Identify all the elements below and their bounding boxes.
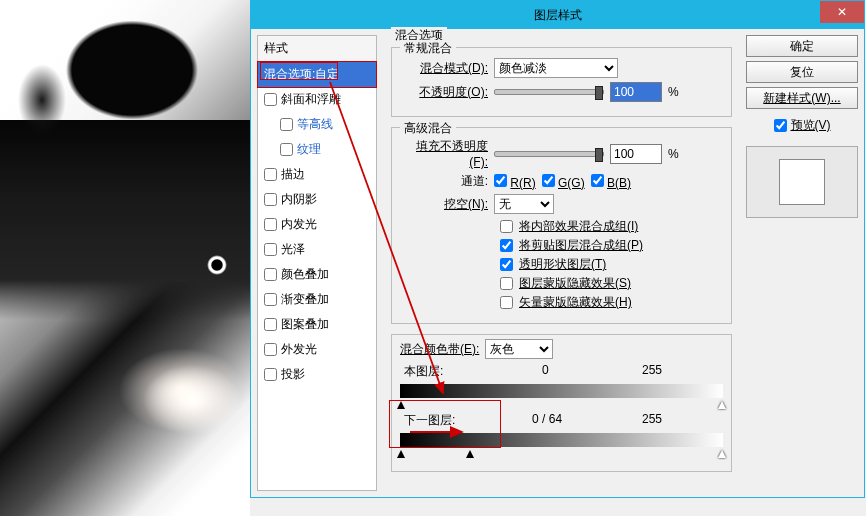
style-label: 渐变叠加 [281,291,329,308]
blendif-label: 混合颜色带(E): [400,341,479,358]
style-check[interactable] [264,243,277,256]
style-contour[interactable]: 等高线 [258,112,376,137]
channel-g[interactable]: G(G) [542,174,585,190]
style-check[interactable] [264,343,277,356]
style-check[interactable] [264,218,277,231]
slider-handle-black-l[interactable] [397,450,405,458]
style-outer-glow[interactable]: 外发光 [258,337,376,362]
titlebar[interactable]: 图层样式 ✕ [251,1,864,29]
this-low: 0 [542,363,549,377]
blendif-select[interactable]: 灰色 [485,339,553,359]
style-blending-options[interactable]: 混合选项:自定 [258,62,376,87]
group-title: 高级混合 [400,120,456,137]
opt-interior[interactable]: 将内部效果混合成组(I) [500,218,723,235]
preview-swatch [779,159,825,205]
style-satin[interactable]: 光泽 [258,237,376,262]
knockout-select[interactable]: 无 [494,194,554,214]
style-label: 内阴影 [281,191,317,208]
style-label: 投影 [281,366,305,383]
opt-transparency[interactable]: 透明形状图层(T) [500,256,723,273]
preview-swatch-box [746,146,858,218]
opacity-label: 不透明度(O): [400,84,488,101]
layer-style-dialog: 图层样式 ✕ 样式 混合选项:自定 斜面和浮雕 等高线 纹理 描边 内阴影 内发… [250,0,865,498]
options-area: 混合选项 常规混合 混合模式(D): 颜色减淡 不透明度(O): % [383,35,740,491]
pct-label: % [668,85,679,99]
style-check[interactable] [264,318,277,331]
fill-opacity-input[interactable] [610,144,662,164]
pct-label: % [668,147,679,161]
style-label: 图案叠加 [281,316,329,333]
slider-handle-black[interactable] [397,401,405,409]
style-label: 光泽 [281,241,305,258]
under-layer-gradient[interactable] [400,433,723,447]
style-label: 颜色叠加 [281,266,329,283]
background-photo [0,0,250,516]
under-vals: 0 / 64 [532,412,562,426]
style-bevel[interactable]: 斜面和浮雕 [258,87,376,112]
style-label: 纹理 [297,141,321,158]
style-check[interactable] [264,193,277,206]
advanced-blend-group: 高级混合 填充不透明度(F): % 通道: R(R) G(G) B(B) [391,127,732,324]
style-drop-shadow[interactable]: 投影 [258,362,376,387]
blend-mode-label: 混合模式(D): [400,60,488,77]
style-check[interactable] [264,168,277,181]
slider-handle-black-r[interactable] [466,450,474,458]
opacity-slider[interactable] [494,89,604,95]
knockout-label: 挖空(N): [400,196,488,213]
cancel-button[interactable]: 复位 [746,61,858,83]
this-high: 255 [642,363,662,377]
style-check[interactable] [280,118,293,131]
opt-vectormask[interactable]: 矢量蒙版隐藏效果(H) [500,294,723,311]
channel-b[interactable]: B(B) [591,174,631,190]
new-style-button[interactable]: 新建样式(W)... [746,87,858,109]
blend-mode-select[interactable]: 颜色减淡 [494,58,618,78]
opacity-input[interactable] [610,82,662,102]
style-check[interactable] [264,368,277,381]
style-color-overlay[interactable]: 颜色叠加 [258,262,376,287]
close-button[interactable]: ✕ [820,1,864,23]
slider-handle-white[interactable] [718,450,726,458]
style-inner-shadow[interactable]: 内阴影 [258,187,376,212]
style-pattern-overlay[interactable]: 图案叠加 [258,312,376,337]
style-inner-glow[interactable]: 内发光 [258,212,376,237]
style-gradient-overlay[interactable]: 渐变叠加 [258,287,376,312]
style-label: 等高线 [297,116,333,133]
style-label: 外发光 [281,341,317,358]
fill-opacity-label: 填充不透明度(F): [400,138,488,169]
style-check[interactable] [264,268,277,281]
this-layer-label: 本图层: [404,363,443,380]
style-label: 内发光 [281,216,317,233]
slider-handle-white[interactable] [718,401,726,409]
preview-check[interactable]: 预览(V) [746,117,858,134]
channel-r[interactable]: R(R) [494,174,536,190]
channels-label: 通道: [400,173,488,190]
style-check[interactable] [280,143,293,156]
this-layer-gradient[interactable] [400,384,723,398]
style-label: 描边 [281,166,305,183]
style-texture[interactable]: 纹理 [258,137,376,162]
close-icon: ✕ [837,5,847,19]
style-check[interactable] [264,93,277,106]
dialog-content: 样式 混合选项:自定 斜面和浮雕 等高线 纹理 描边 内阴影 内发光 光泽 颜色… [251,29,864,497]
under-layer-label: 下一图层: [404,412,455,429]
style-stroke[interactable]: 描边 [258,162,376,187]
dialog-title: 图层样式 [534,7,582,24]
group-title: 常规混合 [400,40,456,57]
general-blend-group: 常规混合 混合模式(D): 颜色减淡 不透明度(O): % [391,47,732,117]
style-label: 斜面和浮雕 [281,91,341,108]
opt-clipped[interactable]: 将剪贴图层混合成组(P) [500,237,723,254]
under-high: 255 [642,412,662,426]
fill-opacity-slider[interactable] [494,151,604,157]
blendif-group: 混合颜色带(E): 灰色 本图层: 0 255 下一图层: 0 / 64 [391,334,732,472]
style-check[interactable] [264,293,277,306]
button-column: 确定 复位 新建样式(W)... 预览(V) [746,35,858,491]
style-label: 混合选项:自定 [264,66,339,83]
styles-panel: 样式 混合选项:自定 斜面和浮雕 等高线 纹理 描边 内阴影 内发光 光泽 颜色… [257,35,377,491]
ok-button[interactable]: 确定 [746,35,858,57]
styles-header: 样式 [258,36,376,62]
opt-layermask[interactable]: 图层蒙版隐藏效果(S) [500,275,723,292]
